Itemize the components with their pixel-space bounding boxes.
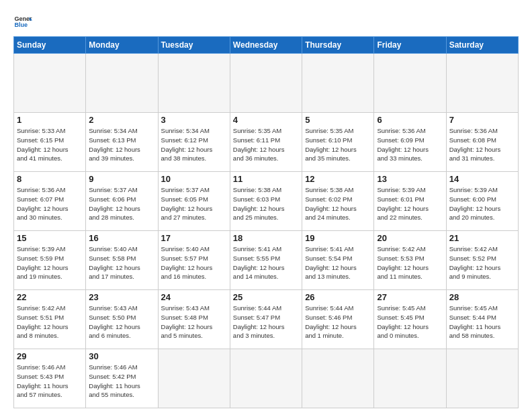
calendar-cell: 24Sunrise: 5:43 AM Sunset: 5:48 PM Dayli…	[158, 290, 230, 349]
day-number: 12	[305, 174, 371, 184]
calendar-cell	[374, 349, 446, 408]
calendar-cell: 20Sunrise: 5:42 AM Sunset: 5:53 PM Dayli…	[374, 231, 446, 290]
page: General Blue SundayMondayTuesdayWednesda…	[0, 0, 532, 411]
weekday-header-tuesday: Tuesday	[158, 37, 230, 54]
day-info: Sunrise: 5:35 AM Sunset: 6:11 PM Dayligh…	[233, 126, 299, 163]
day-info: Sunrise: 5:42 AM Sunset: 5:51 PM Dayligh…	[17, 304, 83, 340]
day-info: Sunrise: 5:33 AM Sunset: 6:15 PM Dayligh…	[17, 126, 83, 163]
day-number: 28	[449, 292, 515, 302]
day-info: Sunrise: 5:36 AM Sunset: 6:07 PM Dayligh…	[17, 185, 83, 222]
logo-icon: General Blue	[13, 12, 32, 31]
day-info: Sunrise: 5:39 AM Sunset: 6:00 PM Dayligh…	[449, 185, 515, 222]
day-number: 10	[161, 174, 227, 184]
day-info: Sunrise: 5:44 AM Sunset: 5:46 PM Dayligh…	[305, 304, 371, 340]
weekday-header-wednesday: Wednesday	[230, 37, 302, 54]
day-number: 6	[377, 115, 443, 125]
calendar-cell: 25Sunrise: 5:44 AM Sunset: 5:47 PM Dayli…	[230, 290, 302, 349]
calendar-cell	[158, 349, 230, 408]
calendar-cell	[14, 54, 86, 113]
day-number: 22	[17, 292, 83, 302]
day-number: 27	[377, 292, 443, 302]
weekday-header-saturday: Saturday	[446, 37, 518, 54]
day-number: 1	[17, 115, 83, 125]
calendar-cell: 6Sunrise: 5:36 AM Sunset: 6:09 PM Daylig…	[374, 113, 446, 172]
day-info: Sunrise: 5:41 AM Sunset: 5:55 PM Dayligh…	[233, 244, 299, 281]
weekday-header-sunday: Sunday	[14, 37, 86, 54]
calendar-cell: 15Sunrise: 5:39 AM Sunset: 5:59 PM Dayli…	[14, 231, 86, 290]
calendar-cell	[302, 349, 374, 408]
calendar-cell: 3Sunrise: 5:34 AM Sunset: 6:12 PM Daylig…	[158, 113, 230, 172]
calendar-cell	[302, 54, 374, 113]
day-number: 2	[89, 115, 154, 125]
calendar-cell	[446, 349, 518, 408]
calendar-cell: 23Sunrise: 5:43 AM Sunset: 5:50 PM Dayli…	[86, 290, 158, 349]
day-info: Sunrise: 5:39 AM Sunset: 6:01 PM Dayligh…	[377, 185, 443, 222]
day-info: Sunrise: 5:45 AM Sunset: 5:44 PM Dayligh…	[449, 304, 515, 340]
calendar-cell: 5Sunrise: 5:35 AM Sunset: 6:10 PM Daylig…	[302, 113, 374, 172]
calendar-cell: 11Sunrise: 5:38 AM Sunset: 6:03 PM Dayli…	[230, 172, 302, 231]
calendar-cell: 21Sunrise: 5:42 AM Sunset: 5:52 PM Dayli…	[446, 231, 518, 290]
svg-text:Blue: Blue	[14, 21, 28, 28]
day-info: Sunrise: 5:46 AM Sunset: 5:43 PM Dayligh…	[17, 363, 83, 400]
day-number: 15	[17, 233, 83, 243]
calendar-cell: 1Sunrise: 5:33 AM Sunset: 6:15 PM Daylig…	[14, 113, 86, 172]
day-number: 17	[161, 233, 227, 243]
day-number: 11	[233, 174, 299, 184]
calendar-cell: 29Sunrise: 5:46 AM Sunset: 5:43 PM Dayli…	[14, 349, 86, 408]
day-number: 29	[17, 351, 83, 361]
calendar-cell: 26Sunrise: 5:44 AM Sunset: 5:46 PM Dayli…	[302, 290, 374, 349]
day-number: 13	[377, 174, 443, 184]
day-number: 24	[161, 292, 227, 302]
day-number: 23	[89, 292, 154, 302]
day-info: Sunrise: 5:37 AM Sunset: 6:05 PM Dayligh…	[161, 185, 227, 222]
day-number: 4	[233, 115, 299, 125]
calendar-cell: 30Sunrise: 5:46 AM Sunset: 5:42 PM Dayli…	[86, 349, 158, 408]
calendar-cell: 9Sunrise: 5:37 AM Sunset: 6:06 PM Daylig…	[86, 172, 158, 231]
day-info: Sunrise: 5:41 AM Sunset: 5:54 PM Dayligh…	[305, 244, 371, 281]
day-info: Sunrise: 5:39 AM Sunset: 5:59 PM Dayligh…	[17, 244, 83, 281]
day-info: Sunrise: 5:43 AM Sunset: 5:50 PM Dayligh…	[89, 304, 154, 340]
weekday-header-thursday: Thursday	[302, 37, 374, 54]
calendar-cell: 17Sunrise: 5:40 AM Sunset: 5:57 PM Dayli…	[158, 231, 230, 290]
calendar-cell: 8Sunrise: 5:36 AM Sunset: 6:07 PM Daylig…	[14, 172, 86, 231]
day-number: 16	[89, 233, 154, 243]
calendar-cell: 27Sunrise: 5:45 AM Sunset: 5:45 PM Dayli…	[374, 290, 446, 349]
day-number: 9	[89, 174, 154, 184]
calendar-cell: 4Sunrise: 5:35 AM Sunset: 6:11 PM Daylig…	[230, 113, 302, 172]
header: General Blue	[13, 12, 519, 31]
day-info: Sunrise: 5:44 AM Sunset: 5:47 PM Dayligh…	[233, 304, 299, 340]
calendar-cell: 10Sunrise: 5:37 AM Sunset: 6:05 PM Dayli…	[158, 172, 230, 231]
calendar-cell: 2Sunrise: 5:34 AM Sunset: 6:13 PM Daylig…	[86, 113, 158, 172]
day-info: Sunrise: 5:40 AM Sunset: 5:57 PM Dayligh…	[161, 244, 227, 281]
calendar-cell: 14Sunrise: 5:39 AM Sunset: 6:00 PM Dayli…	[446, 172, 518, 231]
calendar-cell: 19Sunrise: 5:41 AM Sunset: 5:54 PM Dayli…	[302, 231, 374, 290]
calendar-cell: 7Sunrise: 5:36 AM Sunset: 6:08 PM Daylig…	[446, 113, 518, 172]
day-number: 25	[233, 292, 299, 302]
day-info: Sunrise: 5:36 AM Sunset: 6:09 PM Dayligh…	[377, 126, 443, 163]
day-info: Sunrise: 5:43 AM Sunset: 5:48 PM Dayligh…	[161, 304, 227, 340]
day-info: Sunrise: 5:35 AM Sunset: 6:10 PM Dayligh…	[305, 126, 371, 163]
day-info: Sunrise: 5:34 AM Sunset: 6:13 PM Dayligh…	[89, 126, 154, 163]
day-number: 30	[89, 351, 154, 361]
calendar-table: SundayMondayTuesdayWednesdayThursdayFrid…	[13, 36, 519, 408]
day-number: 14	[449, 174, 515, 184]
day-info: Sunrise: 5:34 AM Sunset: 6:12 PM Dayligh…	[161, 126, 227, 163]
day-number: 8	[17, 174, 83, 184]
logo: General Blue	[13, 12, 35, 31]
day-number: 7	[449, 115, 515, 125]
day-info: Sunrise: 5:46 AM Sunset: 5:42 PM Dayligh…	[89, 363, 154, 400]
calendar-cell	[158, 54, 230, 113]
calendar-cell: 28Sunrise: 5:45 AM Sunset: 5:44 PM Dayli…	[446, 290, 518, 349]
weekday-header-friday: Friday	[374, 37, 446, 54]
calendar-cell: 22Sunrise: 5:42 AM Sunset: 5:51 PM Dayli…	[14, 290, 86, 349]
day-number: 26	[305, 292, 371, 302]
day-number: 21	[449, 233, 515, 243]
day-number: 19	[305, 233, 371, 243]
calendar-cell	[374, 54, 446, 113]
day-info: Sunrise: 5:42 AM Sunset: 5:53 PM Dayligh…	[377, 244, 443, 281]
day-number: 5	[305, 115, 371, 125]
day-info: Sunrise: 5:38 AM Sunset: 6:03 PM Dayligh…	[233, 185, 299, 222]
calendar-cell	[86, 54, 158, 113]
day-number: 3	[161, 115, 227, 125]
day-info: Sunrise: 5:37 AM Sunset: 6:06 PM Dayligh…	[89, 185, 154, 222]
